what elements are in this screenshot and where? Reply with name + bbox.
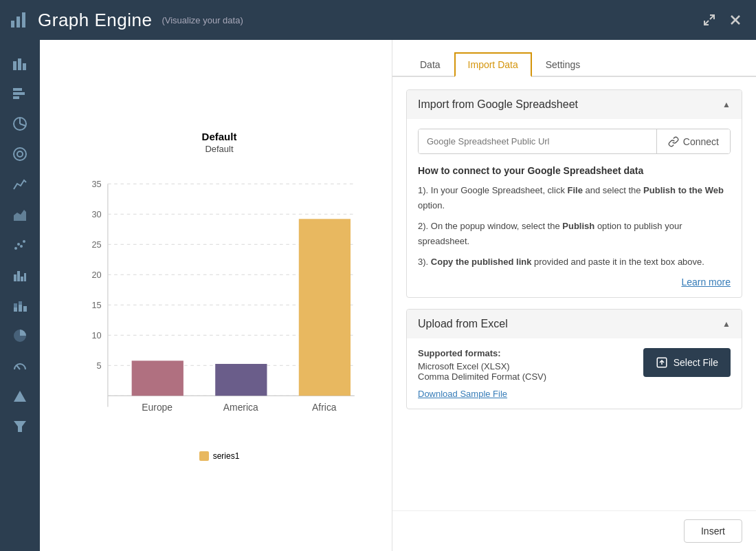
upload-icon: [656, 356, 668, 369]
sidebar-item-column[interactable]: [0, 260, 40, 290]
chart-subtitle: Default: [205, 144, 233, 154]
sidebar-item-donut[interactable]: [0, 139, 40, 169]
sidebar-item-bar-chart[interactable]: [0, 48, 40, 78]
google-collapse-icon: ▲: [722, 100, 731, 109]
chart-bars-icon: [11, 12, 25, 28]
upload-collapse-icon: ▲: [722, 319, 731, 329]
svg-rect-5: [18, 58, 21, 70]
sidebar-item-pie2[interactable]: [0, 321, 40, 351]
svg-point-19: [23, 240, 25, 243]
format-xlsx: Microsoft Excel (XLSX): [418, 361, 510, 371]
svg-marker-15: [14, 210, 26, 221]
connect-label: Connect: [683, 136, 719, 147]
maximize-button[interactable]: [700, 10, 719, 30]
svg-rect-4: [13, 61, 16, 70]
header-controls: [700, 10, 745, 30]
svg-text:15: 15: [91, 299, 101, 310]
svg-rect-51: [299, 219, 351, 396]
svg-rect-26: [19, 305, 22, 312]
svg-text:30: 30: [91, 208, 101, 219]
chart-svg: 35 30 25 20 15 10 5: [68, 161, 370, 446]
svg-rect-8: [13, 92, 25, 95]
google-spreadsheet-section: Import from Google Spreadsheet ▲: [406, 89, 742, 298]
sidebar-item-triangle[interactable]: [0, 381, 40, 411]
upload-section-header[interactable]: Upload from Excel ▲: [407, 310, 742, 338]
upload-section-title: Upload from Excel: [418, 318, 508, 330]
supported-formats-label: Supported formats:: [418, 348, 546, 358]
svg-rect-25: [14, 303, 17, 307]
svg-rect-50: [215, 364, 267, 396]
google-url-input[interactable]: [419, 129, 656, 153]
link-icon: [668, 136, 679, 147]
tab-import-data[interactable]: Import Data: [454, 52, 532, 77]
google-section-header[interactable]: Import from Google Spreadsheet ▲: [407, 90, 742, 119]
svg-point-16: [14, 247, 17, 250]
footer: Insert: [392, 510, 756, 551]
svg-point-18: [20, 245, 23, 248]
step-3: 3). Copy the published link provided and…: [418, 255, 731, 270]
close-button[interactable]: [726, 10, 745, 30]
svg-line-29: [16, 365, 20, 369]
sidebar: [0, 40, 40, 551]
app-title: Graph Engine: [38, 10, 152, 31]
sidebar-item-area-chart[interactable]: [0, 199, 40, 230]
svg-text:20: 20: [91, 269, 101, 279]
learn-more-link[interactable]: Learn more: [418, 277, 731, 288]
sidebar-item-gauge[interactable]: [0, 351, 40, 381]
svg-point-17: [17, 243, 20, 246]
sidebar-item-line-chart[interactable]: [0, 169, 40, 199]
step-2: 2). On the popup window, select the Publ…: [418, 219, 731, 249]
how-to-title: How to connect to your Google Spreadshee…: [418, 165, 731, 176]
svg-text:5: 5: [97, 360, 102, 370]
tab-data[interactable]: Data: [406, 52, 454, 77]
main-layout: Default Default: [0, 40, 756, 551]
right-panel: Data Import Data Settings Import from Go…: [392, 40, 756, 551]
connect-button[interactable]: Connect: [656, 129, 730, 153]
chart-area: Default Default: [40, 40, 392, 551]
instructions-list: 1). In your Google Spreadsheet, click Fi…: [418, 183, 731, 270]
svg-text:10: 10: [91, 329, 101, 340]
formats-info: Supported formats: Microsoft Excel (XLSX…: [418, 348, 546, 399]
svg-rect-22: [21, 277, 23, 281]
header: Graph Engine (Visualize your data): [0, 0, 756, 40]
svg-marker-30: [14, 391, 26, 402]
svg-rect-28: [23, 306, 27, 312]
select-file-button[interactable]: Select File: [643, 348, 731, 377]
svg-rect-23: [24, 273, 26, 281]
svg-rect-9: [13, 96, 19, 99]
step-1: 1). In your Google Spreadsheet, click Fi…: [418, 183, 731, 213]
insert-button[interactable]: Insert: [684, 519, 742, 543]
svg-line-12: [20, 124, 26, 126]
chart-legend: series1: [199, 451, 240, 461]
svg-rect-6: [23, 63, 26, 70]
supported-formats: Supported formats: Microsoft Excel (XLSX…: [418, 348, 546, 382]
svg-text:America: America: [223, 402, 258, 413]
sidebar-item-stacked[interactable]: [0, 290, 40, 321]
sidebar-item-scatter[interactable]: [0, 230, 40, 260]
svg-rect-7: [13, 88, 22, 91]
sidebar-item-funnel[interactable]: [0, 411, 40, 442]
svg-text:Africa: Africa: [312, 402, 337, 413]
svg-rect-21: [17, 271, 20, 281]
legend-color-series1: [199, 451, 209, 461]
tab-settings[interactable]: Settings: [532, 52, 594, 77]
svg-marker-31: [14, 421, 26, 432]
tabs-row: Data Import Data Settings: [392, 40, 756, 77]
panel-content: Import from Google Spreadsheet ▲: [392, 77, 756, 510]
google-section-body: Connect How to connect to your Google Sp…: [407, 119, 742, 297]
svg-rect-49: [132, 360, 184, 396]
svg-point-13: [14, 148, 26, 160]
svg-text:35: 35: [91, 178, 101, 188]
sidebar-item-pie-chart[interactable]: [0, 109, 40, 139]
upload-section-body: Supported formats: Microsoft Excel (XLSX…: [407, 338, 742, 409]
upload-excel-section: Upload from Excel ▲ Supported formats: M…: [406, 309, 742, 409]
app-subtitle: (Visualize your data): [162, 15, 243, 25]
svg-text:Europe: Europe: [142, 402, 173, 413]
download-sample-link[interactable]: Download Sample File: [418, 389, 546, 399]
svg-rect-27: [19, 301, 22, 305]
format-csv: Comma Delimited Format (CSV): [418, 371, 546, 382]
sidebar-item-horizontal-bar[interactable]: [0, 78, 40, 109]
select-file-label: Select File: [674, 357, 718, 368]
svg-rect-20: [14, 274, 16, 281]
header-left: Graph Engine (Visualize your data): [11, 10, 243, 31]
